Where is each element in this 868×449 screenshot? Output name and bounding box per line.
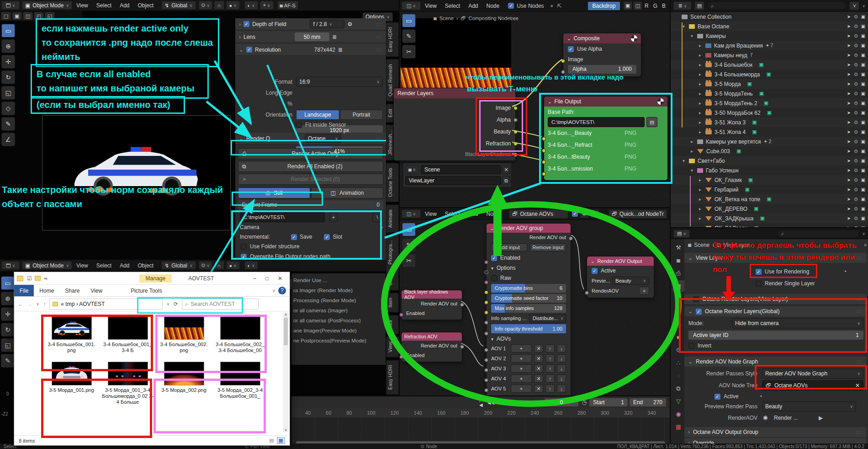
outliner-row[interactable]: ▾ Base Octane ▣ ➤ ⊙ ▣ [671, 21, 868, 31]
hide-icon[interactable]: ⊙ [854, 216, 857, 221]
hide-icon[interactable]: ⊙ [854, 187, 857, 192]
composite-header[interactable]: ⌄Composite [563, 33, 641, 43]
panel-grip[interactable]: :::: [376, 22, 382, 27]
sidebar-tab[interactable]: View [386, 337, 399, 358]
sampling-dropdown[interactable]: Distribute...∨ [529, 314, 566, 323]
expand-icon[interactable]: ▸ [699, 110, 705, 115]
active-row[interactable]: ✓Active [587, 266, 654, 276]
node-header[interactable]: Refraction AOV [402, 332, 462, 341]
sidebar-tab[interactable]: Animate [386, 204, 399, 233]
aov-add-button[interactable]: + [511, 364, 532, 373]
annotate-tool[interactable]: ✎ [1, 117, 15, 131]
collapse-icon[interactable]: ▾ [491, 266, 493, 271]
menu-item[interactable]: Select [441, 3, 464, 9]
expand-icon[interactable]: ▸ [699, 177, 705, 182]
input-socket[interactable] [484, 290, 488, 294]
selectable-icon[interactable]: ➤ [847, 206, 851, 211]
render-icon[interactable]: ▣ [861, 158, 865, 163]
render-icon[interactable]: ▣ [861, 33, 865, 38]
current-frame-field[interactable]: 0 [545, 398, 578, 406]
selectable-icon[interactable]: ➤ [847, 216, 851, 221]
menu-item[interactable]: Add [464, 211, 482, 217]
input-socket[interactable] [542, 137, 546, 141]
outliner-row[interactable]: Scene Collection ▣ ➤ ⊙ ▣ [671, 12, 868, 21]
preview-row[interactable]: Previe...Beauty∨ [587, 276, 654, 286]
camera-af-button[interactable]: ◙AF-S [277, 1, 298, 10]
address-field[interactable]: « tmp › AOVTEST [49, 299, 163, 310]
file-item[interactable]: 3-4 Большебок_002. png [156, 316, 212, 353]
composite-node[interactable]: ⌄Composite ✓Use Alpha Image Alpha1.000 [563, 33, 641, 77]
outliner-row[interactable]: ▸ ОК_Глазик ▣ ➤ ⊙ ▣ [671, 175, 868, 185]
breadcrumb-scene[interactable]: Scene [439, 16, 454, 21]
item-label[interactable]: Scene Collection [690, 14, 731, 20]
file-item[interactable]: 3-5 Морда_002_3-4 Большебок_001_ [212, 362, 268, 405]
expand-icon[interactable]: ▸ [699, 187, 705, 192]
use-alpha-row[interactable]: ✓Use Alpha [563, 43, 641, 54]
expand-icon[interactable]: ▸ [699, 120, 705, 125]
panel-grip[interactable]: :::: [376, 35, 382, 39]
menu-item[interactable]: View [421, 211, 441, 217]
aov-add-button[interactable]: + [511, 374, 532, 383]
panel-grip[interactable]: :::: [376, 48, 382, 52]
properties-tab[interactable]: ◉ [672, 408, 684, 420]
aov-move-down-button[interactable]: ↓ [557, 385, 566, 393]
expand-icon[interactable]: ▸ [699, 129, 705, 134]
pin-icon[interactable]: ⌖ [550, 3, 554, 9]
outliner-row[interactable]: ▾ Свет+Габо ▣ ➤ ⊙ ▣ [671, 156, 868, 166]
input-socket[interactable] [484, 300, 488, 305]
hide-icon[interactable]: ⊙ [854, 72, 857, 77]
scroll-down-icon[interactable]: ∨ [283, 428, 289, 432]
menu-item[interactable]: View [72, 2, 92, 9]
backdrop-button[interactable]: Backdrop [587, 1, 620, 11]
hide-icon[interactable]: ⊙ [854, 129, 857, 134]
pivot-icon[interactable]: ⊙∨ [199, 1, 212, 10]
item-label[interactable]: 3-5 Морда [715, 81, 741, 87]
breadcrumb-scene[interactable]: Scene [694, 242, 709, 248]
render-icon[interactable]: ▣ [861, 72, 865, 77]
render-single-layer-row[interactable]: Render Single Layer [756, 280, 815, 287]
expand-icon[interactable]: ▸ [699, 53, 705, 58]
arrow-up-icon[interactable]: ⇱ [557, 3, 561, 9]
item-label[interactable]: ОК_ДЕРЕВО [715, 206, 747, 212]
editor-type-icon[interactable]: ▤∨ [673, 230, 690, 238]
gizmo-icon[interactable]: ◐∨ [244, 1, 258, 10]
input-socket[interactable] [484, 368, 488, 372]
input-socket[interactable] [484, 358, 488, 362]
hide-icon[interactable]: ⊙ [854, 120, 857, 125]
input-socket[interactable] [484, 348, 488, 352]
render-icon[interactable]: ▣ [861, 81, 865, 86]
landscape-button[interactable]: Landscape [296, 110, 339, 120]
overwrite-checkbox[interactable]: ✓ [241, 254, 247, 260]
properties-tab[interactable]: ⚒ [672, 242, 684, 253]
resolution-panel-header[interactable]: ⌄ ✓ Resolution 787x442 ≣ :::: [235, 44, 386, 56]
hide-icon[interactable]: ⊙ [854, 81, 857, 86]
outliner-row[interactable]: ▸ 3-4 Большебок ▣ ➤ ⊙ ▣ [671, 60, 868, 69]
images-icon[interactable]: ⧉ [502, 176, 510, 185]
item-label[interactable]: 3-50 МордаБок 62 [715, 110, 761, 116]
orl-global-checkbox[interactable]: ✓ [696, 309, 702, 315]
refresh-icon[interactable]: ⟳ [174, 301, 178, 307]
item-label[interactable]: 3-51 Жопа 3 [715, 119, 746, 126]
select-box-tool[interactable]: ▭ [402, 223, 416, 236]
refraction-aov-node[interactable]: Refraction AOV Render AOV out Enabled [401, 332, 462, 362]
portrait-button[interactable]: Portrait [340, 110, 383, 120]
item-label[interactable]: Камеры неуд [714, 52, 747, 59]
scroll-up-icon[interactable]: ∧ [283, 312, 289, 317]
expand-icon[interactable]: ▸ [699, 91, 705, 96]
aov-add-button[interactable]: + [511, 344, 532, 353]
file-item[interactable]: 3-4 Большебок_001. png [43, 316, 100, 353]
minimize-button[interactable]: – [249, 275, 261, 282]
info-opacity-row[interactable]: Info opacity threshold1.00 [487, 323, 571, 334]
outliner-row[interactable]: ▸ Кам для Вращения ✦ 7 ▣ ➤ ⊙ ▣ [671, 41, 868, 50]
hide-icon[interactable]: ⊙ [854, 197, 857, 202]
save-checkbox[interactable]: ✓ [291, 234, 297, 240]
file-output-header[interactable]: ⌄File Output [544, 96, 667, 107]
menu-item[interactable]: Object [134, 2, 158, 9]
menu-item[interactable]: Add [464, 3, 482, 9]
render-aov-group-node[interactable]: ⌄Render AOV group Render AOV out Add inp… [486, 223, 571, 398]
selectable-icon[interactable]: ➤ [847, 53, 851, 58]
input-socket[interactable] [484, 270, 488, 274]
renderq-panel-header[interactable]: ⌄ Render Q Octane∨ :::: [235, 133, 386, 144]
render-icon[interactable]: ▣ [861, 120, 865, 125]
input-socket[interactable] [399, 313, 403, 317]
